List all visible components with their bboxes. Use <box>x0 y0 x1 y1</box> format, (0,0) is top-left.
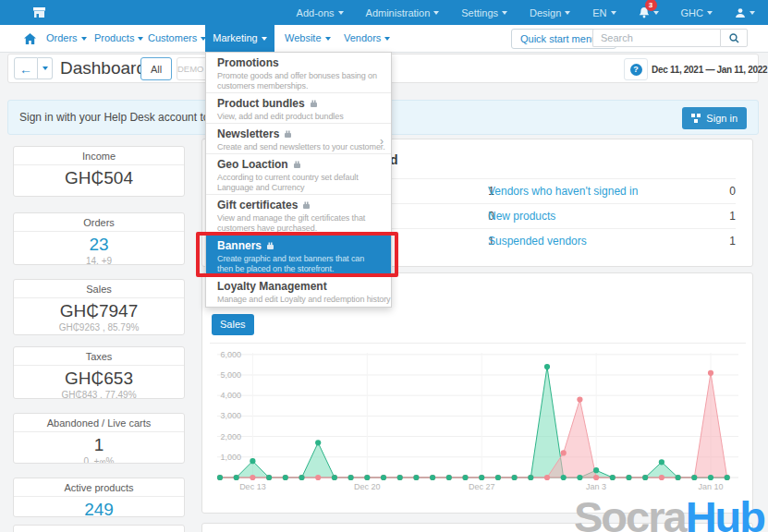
menu-item-title: Geo Loaction <box>217 159 380 171</box>
next-stat-card-edge <box>13 525 185 532</box>
menu-item-title: Promotions <box>217 57 380 69</box>
stat-subtext: GH₵843 , 77.49% <box>14 390 184 399</box>
chart-point <box>528 475 533 480</box>
topbar-item-administration[interactable]: Administration <box>366 7 440 18</box>
chart-point <box>250 475 255 480</box>
menu-item-promotions[interactable]: Promotions Promote goods and offer bonus… <box>206 53 391 93</box>
menu-item-gift-certificates[interactable]: Gift certificates View and manage the gi… <box>206 195 391 236</box>
vendors-not-signed-in-link[interactable]: Vendors who haven't signed in <box>488 185 638 198</box>
menu-item-description: Promote goods and offer bonuses basing o… <box>217 71 380 91</box>
nav-item-vendors[interactable]: Vendors <box>344 25 390 52</box>
stat-value: GH₵7947 <box>14 301 184 321</box>
chevron-down-icon <box>707 11 713 15</box>
new-products-link[interactable]: New products <box>488 210 555 223</box>
attention-row: New products1 <box>488 204 736 229</box>
attention-row: Vendors who haven't signed in0 <box>488 178 736 204</box>
chart-point <box>479 475 484 480</box>
chart-point <box>315 440 321 445</box>
back-button[interactable]: ← <box>14 57 38 79</box>
chart-point <box>659 459 664 465</box>
chart-point <box>250 458 255 464</box>
search-button[interactable] <box>720 29 748 47</box>
question-mark-icon: ? <box>630 64 642 76</box>
attention-row-value: 1 <box>729 235 736 248</box>
chevron-down-icon <box>262 37 267 41</box>
notifications-button[interactable]: 3 <box>639 6 659 18</box>
menu-item-title: Banners <box>217 240 380 252</box>
chart-point <box>413 475 419 480</box>
chart-point <box>577 397 582 403</box>
chart-point <box>299 475 304 480</box>
chart-point <box>561 475 567 480</box>
main-nav-bar: Orders Products Customers Marketing Webs… <box>0 25 768 53</box>
user-icon <box>735 7 746 18</box>
stat-subtext: GH₵9263 , 85.79% <box>14 322 184 332</box>
stat-card-carts: Abandoned / Live carts 1 0, +∞% <box>13 413 185 464</box>
nav-item-customers[interactable]: Customers <box>148 25 206 52</box>
menu-item-loyalty-management[interactable]: Loyalty Management Manage and edit Loyal… <box>206 276 391 307</box>
series-sales-previous-period <box>220 373 727 478</box>
chevron-down-icon <box>325 37 331 41</box>
chart-point <box>676 475 681 480</box>
divider <box>210 343 746 344</box>
topbar-item-addons[interactable]: Add-ons <box>297 7 344 18</box>
sales-chart-tab[interactable]: Sales <box>212 314 254 335</box>
x-tick-label: Dec 13 <box>239 482 266 491</box>
nav-item-website[interactable]: Website <box>285 25 331 52</box>
stat-value: 1 <box>14 435 184 455</box>
menu-item-description: View and manage the gift certificates th… <box>217 213 380 233</box>
storefront-icon[interactable] <box>33 6 45 18</box>
date-range-selector[interactable]: Dec 11, 2021 — Jan 11, 2022 <box>652 54 768 84</box>
search-input[interactable] <box>592 29 720 47</box>
topbar-item-language[interactable]: EN <box>592 7 616 18</box>
chart-point <box>642 475 648 480</box>
home-nav-button[interactable] <box>24 25 36 52</box>
y-tick-label: 1,000 <box>220 453 241 462</box>
menu-item-newsletters[interactable]: Newsletters Create and send newsletters … <box>206 124 391 154</box>
chart-point <box>708 370 713 376</box>
stat-card-orders: Orders 23 14, +9 <box>13 212 185 265</box>
chart-point <box>593 467 599 473</box>
nav-item-marketing-active[interactable]: Marketing <box>205 25 274 52</box>
addon-icon <box>310 100 318 108</box>
chart-point <box>283 475 288 480</box>
chart-point <box>364 475 370 480</box>
menu-item-banners-highlighted[interactable]: Banners Create graphic and text banners … <box>206 236 391 276</box>
chevron-down-icon <box>81 37 87 41</box>
menu-item-title: Newsletters <box>217 128 380 140</box>
menu-item-product-bundles[interactable]: Product bundles View, add and edit produ… <box>206 93 391 124</box>
topbar-item-settings[interactable]: Settings <box>461 7 507 18</box>
stat-card-taxes: Taxes GH₵653 GH₵843 , 77.49% <box>13 346 185 399</box>
signin-button[interactable]: Sign in <box>682 107 747 129</box>
stat-value: GH₵504 <box>14 168 184 188</box>
topbar-item-design[interactable]: Design <box>530 7 570 18</box>
back-dropdown-button[interactable] <box>38 57 53 79</box>
search-group <box>592 29 748 47</box>
menu-item-geo-location[interactable]: Geo Loaction According to current countr… <box>206 154 391 195</box>
storefront-filter-all-button[interactable]: All <box>140 57 172 80</box>
chevron-down-icon <box>611 11 616 15</box>
nav-item-orders[interactable]: Orders <box>46 25 87 52</box>
chevron-down-icon <box>750 11 755 15</box>
help-button[interactable]: ? <box>624 58 648 80</box>
top-admin-bar: Add-ons Administration Settings Design E… <box>0 0 768 25</box>
stat-subtext: 14, +9 <box>14 256 184 265</box>
chart-point <box>332 475 337 480</box>
chart-point <box>397 475 403 480</box>
chart-point <box>593 475 599 480</box>
stat-value: 249 <box>14 500 184 517</box>
attention-row-value: 1 <box>729 210 736 223</box>
notification-badge: 3 <box>645 0 657 11</box>
series-sales-current-period <box>220 367 727 478</box>
menu-item-description: According to current country set default… <box>217 173 380 192</box>
stat-title: Orders <box>14 213 184 232</box>
stat-title: Abandoned / Live carts <box>14 414 184 432</box>
home-icon <box>24 33 36 44</box>
topbar-item-currency[interactable]: GHC <box>681 7 713 18</box>
suspended-vendors-link[interactable]: Suspended vendors <box>488 235 587 248</box>
chart-point <box>315 475 321 480</box>
nav-item-products[interactable]: Products <box>94 25 143 52</box>
chart-point <box>430 475 435 480</box>
chart-point <box>610 475 616 480</box>
topbar-item-account[interactable] <box>735 7 755 18</box>
